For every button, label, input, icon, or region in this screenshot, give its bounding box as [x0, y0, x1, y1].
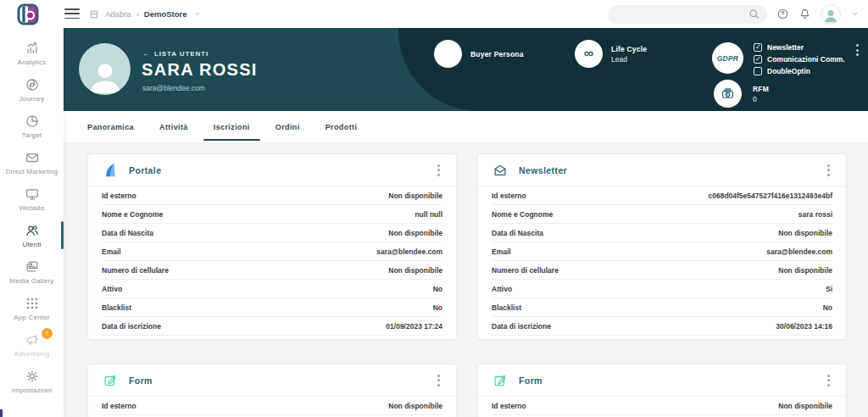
sidebar-item[interactable]: Journey — [0, 71, 64, 108]
field-value: Non disponibile — [778, 266, 832, 275]
adabra-icon — [102, 162, 119, 179]
sidebar-item[interactable]: Media Gallery — [0, 253, 64, 290]
sidebar-item[interactable]: Direct Marketing — [0, 144, 64, 181]
field-label: Id esterno — [102, 192, 136, 200]
field-label: Email — [102, 247, 121, 256]
field-row: Blacklist No — [492, 298, 832, 317]
field-row: Attivo No — [102, 280, 442, 298]
field-row: Id esterno c068d04f5e547527f416e1312493e… — [492, 186, 832, 205]
analytics-icon — [25, 41, 40, 56]
store-icon — [88, 8, 100, 20]
kebab-icon — [827, 375, 830, 386]
hamburger-menu-icon[interactable] — [64, 8, 80, 19]
user-menu-chevron-down-icon[interactable] — [850, 9, 860, 19]
sidebar-item-label: Direct Marketing — [6, 168, 58, 175]
sidebar-item[interactable]: Impostazioni — [0, 363, 64, 399]
card-menu-button[interactable] — [435, 372, 442, 389]
buyer-persona-circle-icon — [434, 40, 462, 68]
sidebar-item-label: Journey — [19, 95, 45, 103]
card-menu-button[interactable] — [825, 372, 832, 389]
target-icon — [25, 114, 40, 129]
field-label: Data di Nascita — [102, 229, 153, 237]
rfm-value: 0 — [753, 95, 769, 103]
field-row: Id esterno Non disponibile — [102, 186, 442, 205]
field-value: Non disponibile — [778, 229, 832, 237]
field-label: Id esterno — [492, 402, 526, 410]
life-cycle-label: Life Cycle — [611, 45, 647, 53]
back-arrow-icon: ← — [142, 50, 150, 58]
help-icon[interactable] — [776, 8, 789, 20]
card-body: Id esterno Non disponibile — [88, 397, 456, 417]
profile-avatar — [79, 43, 131, 95]
sidebar-item[interactable]: Utenti — [0, 217, 64, 253]
field-value: 01/09/2023 17:24 — [386, 322, 442, 331]
field-value: 30/06/2023 14:16 — [776, 322, 832, 331]
page-title: SARA ROSSI — [142, 60, 258, 80]
sidebar-item-label: Advertising — [14, 350, 50, 358]
sidebar-item[interactable]: Advertising ↑ — [0, 326, 64, 363]
search-icon[interactable] — [748, 8, 760, 24]
field-row: Nome e Cognome sara rossi — [492, 205, 832, 224]
sidebar-item-label: Analytics — [18, 58, 47, 66]
sidebar-item[interactable]: Website — [0, 181, 64, 217]
checkbox-icon[interactable] — [754, 43, 762, 52]
field-value: Non disponibile — [388, 229, 442, 237]
topbar-actions — [608, 0, 860, 28]
consent-label: DoubleOptin — [767, 67, 810, 75]
banner-menu-button[interactable] — [854, 42, 861, 58]
card-menu-button[interactable] — [435, 162, 442, 179]
breadcrumb-store[interactable]: DemoStore — [144, 9, 187, 19]
media-gallery-icon — [25, 259, 40, 275]
tab-bar: Panoramica Attività Iscrizioni Ordini Pr… — [64, 111, 868, 142]
field-value: sara@blendee.com — [766, 247, 832, 256]
tab[interactable]: Panoramica — [77, 111, 144, 142]
tab-label: Attività — [159, 123, 188, 131]
back-link-label: LISTA UTENTI — [154, 50, 209, 58]
impostazioni-icon — [25, 369, 40, 384]
notifications-bell-icon[interactable] — [798, 8, 811, 20]
gdpr-block: GDPR Newsletter Comunicazioni Comm. Doub… — [712, 42, 845, 75]
field-value: No — [433, 303, 442, 312]
store-chevron-down-icon[interactable] — [192, 9, 202, 19]
rfm-label: RFM — [753, 85, 769, 93]
tab[interactable]: Iscrizioni — [203, 111, 260, 142]
tab[interactable]: Attività — [149, 111, 198, 142]
field-value: Non disponibile — [388, 192, 442, 200]
field-value: sara rossi — [798, 210, 832, 219]
info-card: Portale Id esterno Non disponibile Nome … — [87, 153, 457, 340]
kebab-icon — [856, 44, 859, 56]
website-icon — [25, 186, 40, 202]
form-pencil-icon — [102, 372, 119, 389]
sidebar-item[interactable]: Analytics — [0, 35, 64, 71]
search-input[interactable] — [616, 5, 743, 24]
sidebar-item-label: Website — [19, 204, 44, 212]
life-cycle-chip: ∞ Life Cycle Lead — [575, 40, 647, 68]
envelope-open-icon — [492, 162, 509, 179]
sidebar-item-label: Target — [22, 131, 42, 139]
tab[interactable]: Prodotti — [315, 111, 368, 142]
blendee-logo-icon — [17, 3, 39, 25]
field-row: Email sara@blendee.com — [492, 242, 832, 261]
field-row: Numero di cellulare Non disponibile — [102, 261, 442, 280]
card-menu-button[interactable] — [825, 162, 832, 179]
kebab-icon — [437, 164, 440, 176]
sidebar-item-label: Impostazioni — [12, 386, 52, 394]
sidebar-item[interactable]: App Center — [0, 290, 64, 326]
field-row: Data di iscrizione 01/09/2023 17:24 — [102, 317, 442, 336]
tab[interactable]: Ordini — [265, 111, 310, 142]
sidebar-item[interactable]: Target — [0, 108, 64, 144]
field-label: Id esterno — [492, 192, 526, 200]
svg-text:€: € — [726, 92, 729, 97]
card-title: Portale — [129, 165, 161, 175]
consent-row: DoubleOptin — [754, 67, 845, 75]
gdpr-consents: Newsletter Comunicazioni Comm. DoubleOpt… — [754, 42, 845, 75]
back-to-users-link[interactable]: ← LISTA UTENTI — [142, 50, 209, 58]
field-label: Data di Nascita — [492, 229, 543, 237]
journey-icon — [25, 77, 40, 92]
field-row: Nome e Cognome null null — [102, 205, 442, 224]
breadcrumb-app[interactable]: Adabra — [105, 9, 131, 19]
checkbox-icon[interactable] — [754, 67, 762, 75]
field-label: Id esterno — [102, 402, 136, 410]
user-avatar[interactable] — [821, 4, 841, 25]
checkbox-icon[interactable] — [754, 55, 762, 64]
